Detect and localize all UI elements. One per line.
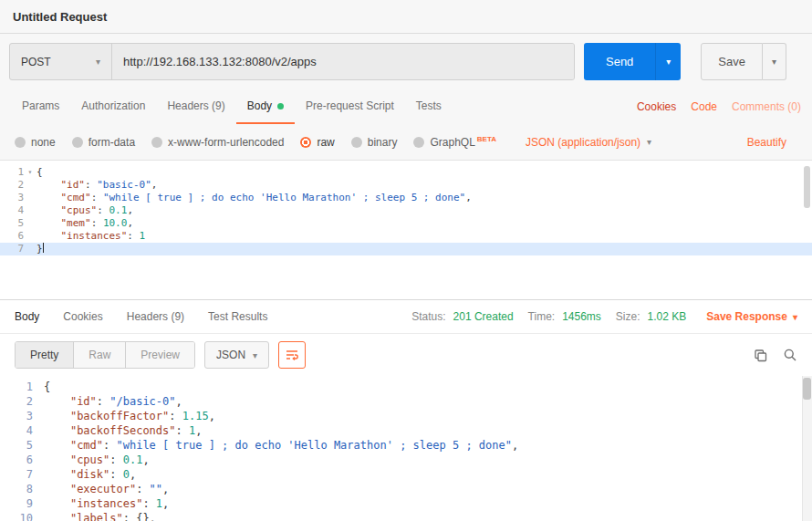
view-raw-button[interactable]: Raw (74, 342, 126, 368)
radio-x-www-form-urlencoded[interactable]: x-www-form-urlencoded (151, 136, 284, 149)
code-line[interactable]: 2 "id": "basic-0", (0, 179, 812, 192)
language-label: JSON (216, 349, 245, 361)
code-text: { (36, 166, 812, 179)
chevron-down-icon: ▾ (96, 57, 100, 67)
response-tab-headers[interactable]: Headers (9) (127, 310, 184, 323)
code-line[interactable]: 8 "executor": "", (0, 482, 812, 496)
radio-raw[interactable]: raw (300, 136, 334, 149)
code-text: "cmd": "while [ true ] ; do echo 'Hello … (44, 438, 812, 453)
url-input[interactable] (112, 44, 574, 79)
tab-body-label: Body (247, 99, 272, 112)
line-number: 5 (0, 438, 33, 453)
method-label: POST (21, 56, 51, 68)
response-tab-test-results[interactable]: Test Results (208, 310, 267, 323)
line-number: 3 (0, 192, 24, 204)
content-type-select[interactable]: JSON (application/json) ▾ (526, 136, 651, 149)
view-preview-button[interactable]: Preview (126, 342, 194, 368)
request-title-bar: Untitled Request (0, 0, 812, 34)
copy-response-button[interactable] (753, 348, 768, 363)
comments-link[interactable]: Comments (0) (732, 100, 801, 113)
code-text: "backoffSeconds": 1, (44, 423, 812, 438)
chevron-down-icon: ▾ (647, 137, 651, 147)
radio-label: x-www-form-urlencoded (168, 136, 284, 149)
code-line[interactable]: 5 "cmd": "while [ true ] ; do echo 'Hell… (0, 438, 812, 453)
beautify-link[interactable]: Beautify (747, 136, 786, 149)
code-text: "instances": 1, (44, 496, 812, 511)
line-number: 6 (0, 453, 33, 467)
send-button-group: Send ▾ (584, 43, 681, 80)
code-line[interactable]: 4 "backoffSeconds": 1, (0, 423, 812, 438)
send-button[interactable]: Send (584, 43, 655, 80)
radio-none[interactable]: none (15, 136, 56, 149)
code-line[interactable]: 9 "instances": 1, (0, 496, 812, 511)
response-header: Body Cookies Headers (9) Test Results St… (0, 300, 812, 334)
body-type-row: none form-data x-www-form-urlencoded raw… (0, 124, 812, 161)
line-number: 7 (0, 467, 33, 482)
method-url-group: POST ▾ (9, 43, 575, 80)
code-link[interactable]: Code (691, 100, 717, 113)
radio-graphql[interactable]: GraphQLBETA (413, 135, 496, 149)
save-response-button[interactable]: Save Response ▾ (706, 310, 797, 323)
tab-params[interactable]: Params (11, 89, 70, 124)
tab-headers[interactable]: Headers (9) (156, 89, 235, 124)
fold-gutter (24, 179, 36, 192)
tab-authorization[interactable]: Authorization (70, 89, 156, 124)
response-tabs: Body Cookies Headers (9) Test Results (15, 310, 267, 323)
code-line[interactable]: 4 "cpus": 0.1, (0, 204, 812, 217)
tab-tests[interactable]: Tests (405, 89, 453, 124)
request-tab-links: Cookies Code Comments (0) (637, 89, 801, 124)
code-line[interactable]: 6 "instances": 1 (0, 230, 812, 243)
save-button[interactable]: Save (701, 43, 763, 80)
code-line[interactable]: 3 "backoffFactor": 1.15, (0, 409, 812, 423)
radio-form-data[interactable]: form-data (72, 136, 135, 149)
code-line[interactable]: 5 "mem": 10.0, (0, 217, 812, 230)
search-response-button[interactable] (783, 348, 797, 362)
radio-icon (351, 137, 362, 148)
line-number: 3 (0, 409, 33, 423)
status-label: Status: (411, 310, 445, 323)
save-dropdown-button[interactable]: ▾ (763, 43, 786, 80)
cookies-link[interactable]: Cookies (637, 100, 676, 113)
line-number: 5 (0, 217, 24, 230)
request-body-editor[interactable]: 1▾{2 "id": "basic-0",3 "cmd": "while [ t… (0, 161, 812, 300)
response-body-viewer[interactable]: 1{2 "id": "/basic-0",3 "backoffFactor": … (0, 376, 812, 521)
code-line[interactable]: 7 "disk": 0, (0, 467, 812, 482)
fold-gutter (33, 438, 44, 453)
tab-pre-request-script[interactable]: Pre-request Script (295, 89, 405, 124)
radio-icon (15, 137, 26, 148)
view-mode-group: Pretty Raw Preview (15, 341, 195, 369)
code-line[interactable]: 2 "id": "/basic-0", (0, 394, 812, 409)
fold-arrow-icon[interactable]: ▾ (24, 166, 36, 179)
response-scrollbar-thumb[interactable] (803, 378, 811, 400)
code-line[interactable]: 1▾{ (0, 166, 812, 179)
code-line[interactable]: 1{ (0, 380, 812, 394)
code-text: "instances": 1 (36, 230, 812, 243)
wrap-text-button[interactable] (278, 341, 306, 369)
code-line[interactable]: 6 "cpus": 0.1, (0, 453, 812, 467)
response-tab-body[interactable]: Body (15, 310, 39, 323)
code-line[interactable]: 10 "labels": {}, (0, 511, 812, 521)
send-dropdown-button[interactable]: ▾ (655, 43, 681, 80)
fold-gutter (33, 467, 44, 482)
method-select[interactable]: POST ▾ (10, 44, 112, 79)
response-meta: Status: 201 Created Time: 1456ms Size: 1… (411, 310, 797, 323)
line-number: 4 (0, 423, 33, 438)
code-text: "id": "/basic-0", (44, 394, 812, 409)
code-line[interactable]: 7} (0, 243, 812, 255)
code-text: "executor": "", (44, 482, 812, 496)
response-language-select[interactable]: JSON ▾ (204, 341, 269, 369)
request-title: Untitled Request (13, 10, 107, 24)
line-number: 8 (0, 482, 33, 496)
editor-scrollbar[interactable] (804, 166, 810, 208)
code-text: "cmd": "while [ true ] ; do echo 'Hello … (36, 192, 812, 204)
tab-body[interactable]: Body (236, 89, 295, 124)
fold-gutter (33, 394, 44, 409)
radio-label: binary (368, 136, 398, 149)
response-tab-cookies[interactable]: Cookies (63, 310, 102, 323)
code-text: "cpus": 0.1, (44, 453, 812, 467)
radio-binary[interactable]: binary (351, 136, 398, 149)
status-badge: 201 Created (453, 310, 514, 323)
radio-label: GraphQLBETA (430, 135, 496, 149)
view-pretty-button[interactable]: Pretty (16, 342, 74, 368)
code-line[interactable]: 3 "cmd": "while [ true ] ; do echo 'Hell… (0, 192, 812, 204)
